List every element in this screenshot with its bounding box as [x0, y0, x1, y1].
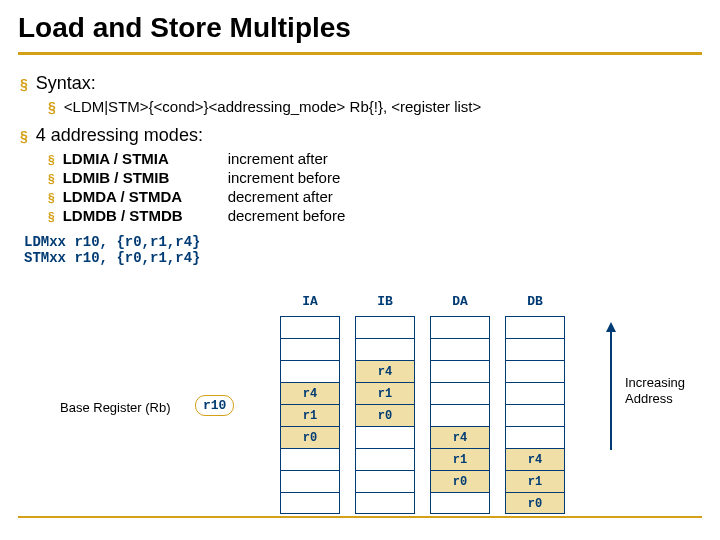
mode-name: LDMIB / STMIB	[63, 169, 213, 186]
bullet-icon: §	[48, 211, 55, 223]
stack-ib: r4r1r0	[355, 316, 415, 514]
bullet-icon: §	[48, 192, 55, 204]
base-register-label: Base Register (Rb)	[60, 400, 171, 415]
mode-desc: increment before	[228, 169, 341, 186]
mode-row: § LDMIB / STMIB increment before	[48, 169, 700, 186]
increasing-address-label: IncreasingAddress	[625, 375, 685, 406]
mode-name: LDMIA / STMIA	[63, 150, 213, 167]
stack-ia: r4r1r0	[280, 316, 340, 514]
arrow-up-icon	[610, 330, 612, 450]
mode-row: § LDMDA / STMDA decrement after	[48, 188, 700, 205]
bullet-icon: §	[48, 173, 55, 185]
modes-label: 4 addressing modes:	[36, 125, 203, 146]
col-header-da: DA	[430, 294, 490, 309]
mode-row: § LDMIA / STMIA increment after	[48, 150, 700, 167]
mode-desc: increment after	[228, 150, 328, 167]
syntax-text: <LDM|STM>{<cond>}<addressing_mode> Rb{!}…	[64, 98, 481, 115]
stack-db: r4r1r0	[505, 316, 565, 514]
bullet-icon: §	[48, 100, 56, 114]
content-area: § Syntax: § <LDM|STM>{<cond>}<addressing…	[0, 55, 720, 266]
mode-desc: decrement before	[228, 207, 346, 224]
modes-bullet: § 4 addressing modes:	[20, 125, 700, 146]
code-block: LDMxx r10, {r0,r1,r4} STMxx r10, {r0,r1,…	[24, 234, 700, 266]
syntax-label: Syntax:	[36, 73, 96, 94]
col-header-ib: IB	[355, 294, 415, 309]
modes-list: § LDMIA / STMIA increment after § LDMIB …	[48, 150, 700, 224]
col-header-ia: IA	[280, 294, 340, 309]
mode-name: LDMDA / STMDA	[63, 188, 213, 205]
syntax-bullet: § Syntax:	[20, 73, 700, 94]
bullet-icon: §	[20, 77, 28, 91]
code-line: STMxx r10, {r0,r1,r4}	[24, 250, 700, 266]
mode-row: § LDMDB / STMDB decrement before	[48, 207, 700, 224]
mode-desc: decrement after	[228, 188, 333, 205]
col-header-db: DB	[505, 294, 565, 309]
stack-da: r4r1r0	[430, 316, 490, 514]
bullet-icon: §	[20, 129, 28, 143]
stack-diagram: IA IB DA DB r4r1r0 r4r1r0 r4r1r0 r4r1r0	[280, 300, 600, 520]
syntax-sub: § <LDM|STM>{<cond>}<addressing_mode> Rb{…	[48, 98, 700, 115]
base-register-value: r10	[195, 395, 234, 416]
page-title: Load and Store Multiples	[0, 0, 720, 50]
mode-name: LDMDB / STMDB	[63, 207, 213, 224]
code-line: LDMxx r10, {r0,r1,r4}	[24, 234, 700, 250]
bullet-icon: §	[48, 154, 55, 166]
footer-divider	[18, 516, 702, 518]
